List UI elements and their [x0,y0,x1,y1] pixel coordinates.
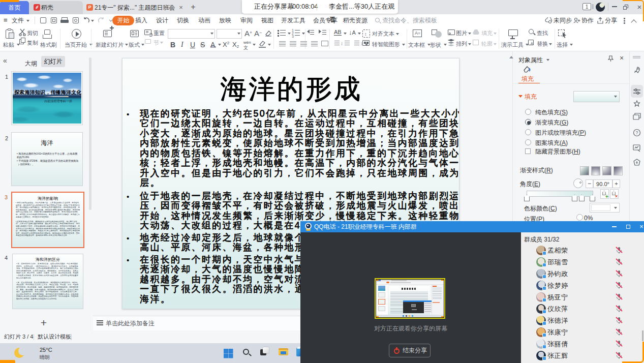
svg-text:?: ? [636,130,638,135]
